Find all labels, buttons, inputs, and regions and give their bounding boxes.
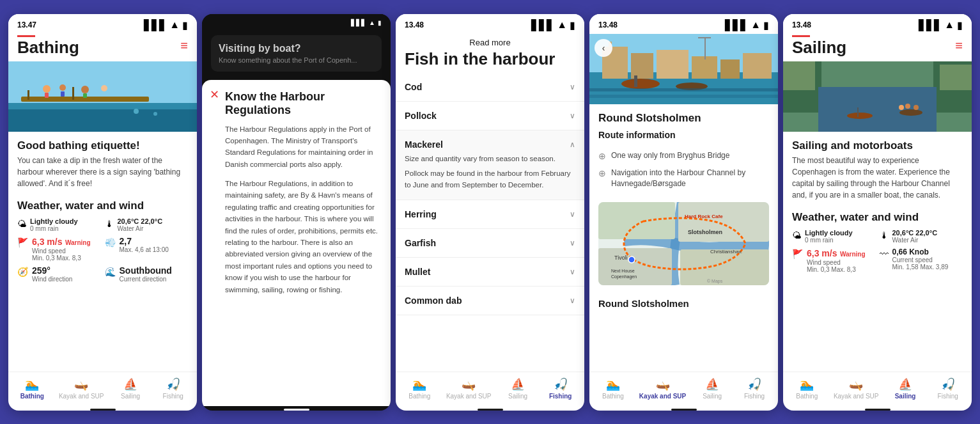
weather-wind-5: 🚩 6,3 m/s Warning Wind speed Min. 0,3 Ma… [792, 247, 876, 273]
nav-fishing-5[interactable]: 🎣 Fishing [932, 377, 964, 400]
nav-bathing-5[interactable]: 🏊 Bathing [791, 377, 823, 400]
cloud-icon-5: 🌤 [792, 230, 801, 240]
nav-sailing-5[interactable]: ⛵ Sailing [889, 377, 921, 400]
thermometer-icon-5: 🌡 [880, 230, 889, 240]
fish-mullet[interactable]: Mullet ∨ [396, 258, 584, 287]
map-area: Hard Rock Cafe Slotsholmen Christianshav… [598, 202, 769, 285]
svg-text:Slotsholmen: Slotsholmen [688, 229, 722, 235]
temps-5: 20,6°C 22,0°C [892, 229, 938, 237]
bottom-nav-5: 🏊 Bathing 🛶 Kayak and SUP ⛵ Sailing 🎣 Fi… [783, 372, 972, 406]
fish-pollock[interactable]: Pollock ∨ [396, 102, 584, 130]
weather-wind-text: 6,3 m/s Warning Wind speed Min. 0,3 Max.… [32, 236, 91, 262]
weather-current-text: Southbound Current direction [120, 265, 172, 283]
svg-text:Hard Rock Cafe: Hard Rock Cafe [685, 214, 723, 219]
knot-val-5: 0,66 Knob [892, 247, 949, 256]
status-time-5: 13.48 [792, 20, 811, 29]
hamburger-icon-1[interactable]: ≡ [180, 38, 188, 53]
svg-point-12 [101, 85, 107, 91]
nav-label-fishing-3: Fishing [549, 393, 572, 400]
temp-text-5: 20,6°C 22,0°C Water Air [892, 229, 938, 244]
fish-mackerel[interactable]: Mackerel ∧ Size and quantity vary from s… [396, 130, 584, 200]
nav-kayak-5[interactable]: 🛶 Kayak and SUP [834, 377, 879, 400]
nav-label-kayak-3: Kayak and SUP [446, 393, 492, 400]
fish-herring[interactable]: Herring ∨ [396, 200, 584, 229]
nav-label-bathing-3: Bathing [408, 393, 430, 400]
svg-point-50 [899, 109, 922, 116]
hamburger-icon-5[interactable]: ≡ [955, 38, 963, 53]
nav-bathing-1[interactable]: 🏊 Bathing [16, 377, 48, 400]
status-bar-4: 13.48 ▋▋▋ ▲ ▮ [589, 14, 778, 34]
wind-speed: 6,3 m/s [32, 237, 62, 247]
weather-temp-text: 20,6°C 22,0°C Water Air [118, 217, 163, 232]
wind-speed-row: 6,3 m/s Warning [32, 236, 91, 247]
visiting-subtitle: Know something about the Port of Copenh.… [219, 56, 374, 64]
svg-text:Tivoli: Tivoli [614, 255, 628, 261]
nav-label-sailing-5: Sailing [895, 393, 916, 400]
nav-icon-sailing-4: ⛵ [705, 377, 719, 391]
page-title-3: Fish in the harbour [405, 50, 555, 68]
page-title-5: Sailing [792, 38, 846, 57]
wind-direction: 259° [32, 265, 72, 276]
modal-background: Visiting by boat? Know something about t… [202, 29, 391, 80]
nav-label-fishing-4: Fishing [744, 393, 765, 400]
svg-rect-25 [698, 37, 711, 38]
current-val: Southbound [120, 265, 172, 276]
back-button[interactable]: ‹ [595, 39, 612, 57]
status-icons-5: ▋▋▋ ▲ ▮ [919, 19, 963, 31]
nav-kayak-3[interactable]: 🛶 Kayak and SUP [446, 377, 492, 400]
nav-kayak-4[interactable]: 🛶 Kayak and SUP [639, 377, 686, 400]
nav-fishing-1[interactable]: 🎣 Fishing [157, 377, 189, 400]
svg-rect-35 [680, 249, 769, 285]
nav-sailing-1[interactable]: ⛵ Sailing [114, 377, 146, 400]
svg-rect-22 [720, 59, 740, 79]
back-btn-icon[interactable]: ‹ [595, 39, 612, 57]
route-list: ⊕ One way only from Bryghus Bridge ⊕ Nav… [589, 143, 778, 197]
wind-label: Wind speed [32, 247, 91, 255]
nav-icon-sailing-5: ⛵ [898, 377, 912, 391]
status-icons-1: ▋▋▋ ▲ ▮ [144, 19, 188, 31]
svg-text:Next House: Next House [611, 269, 635, 273]
weather-wind-item: 🚩 6,3 m/s Warning Wind speed Min. 0,3 Ma… [17, 236, 101, 262]
nav-kayak-1[interactable]: 🛶 Kayak and SUP [59, 377, 104, 400]
wind-label-5: Wind speed [807, 259, 866, 266]
hero-bathing [8, 61, 197, 132]
nav-fishing-4[interactable]: 🎣 Fishing [738, 377, 770, 400]
page-title-1: Bathing [17, 38, 79, 57]
status-time-3: 13.48 [405, 20, 424, 29]
signal-icon-1: ▋▋▋ [144, 19, 167, 31]
fish-garfish[interactable]: Garfish ∨ [396, 229, 584, 258]
battery-icon-3: ▮ [570, 19, 575, 31]
fish-common-dab[interactable]: Common dab ∨ [396, 287, 584, 315]
wifi-icon-4: ▲ [751, 19, 761, 31]
svg-rect-7 [45, 93, 49, 98]
svg-rect-49 [857, 107, 859, 117]
svg-point-53 [914, 105, 919, 110]
nav-sailing-4[interactable]: ⛵ Sailing [696, 377, 728, 400]
nav-bathing-3[interactable]: 🏊 Bathing [403, 377, 435, 400]
nav-bathing-4[interactable]: 🏊 Bathing [597, 377, 629, 400]
svg-point-48 [847, 113, 873, 119]
app-header-1: Bathing ≡ [8, 34, 197, 62]
nav-label-bathing-4: Bathing [602, 393, 624, 400]
wind-speed-5: 6,3 m/s [807, 248, 837, 258]
condition-label: Lightly cloudy [30, 217, 78, 225]
svg-rect-28 [634, 75, 637, 87]
wind-minmax-5: Min. 0,3 Max. 8,3 [807, 266, 866, 273]
svg-rect-11 [83, 93, 87, 98]
mackerel-header: Mackerel ∧ [405, 139, 575, 150]
svg-point-26 [621, 79, 660, 89]
nav-fishing-3[interactable]: 🎣 Fishing [545, 377, 577, 400]
nav-label-sailing-4: Sailing [703, 393, 722, 400]
screen-sailing: 13.48 ▋▋▋ ▲ ▮ Sailing ≡ [783, 14, 972, 411]
chevron-mullet: ∨ [570, 267, 575, 276]
fish-cod[interactable]: Cod ∨ [396, 73, 584, 102]
svg-rect-21 [692, 56, 717, 79]
nav-icon-sailing-3: ⛵ [511, 377, 525, 391]
nav-sailing-3[interactable]: ⛵ Sailing [502, 377, 534, 400]
nav-label-sailing-3: Sailing [508, 393, 527, 400]
fish-list: Cod ∨ Pollock ∨ Mackerel ∧ Size and quan… [396, 73, 584, 371]
read-more-bar: Read more [396, 34, 584, 49]
wind-row-5: 6,3 m/s Warning [807, 247, 866, 259]
modal-close-button[interactable]: ✕ [210, 88, 219, 102]
nav-indicator-3 [478, 409, 503, 411]
